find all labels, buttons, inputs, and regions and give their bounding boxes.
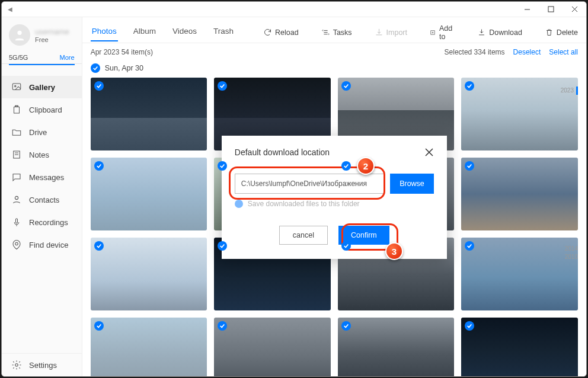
- check-icon[interactable]: [341, 321, 351, 331]
- app-window: ◀ username Free 5G/5G More: [1, 1, 587, 377]
- sidebar-item-gallery[interactable]: Gallery: [2, 76, 82, 98]
- close-window-button[interactable]: [563, 2, 586, 17]
- svg-point-13: [15, 364, 18, 367]
- annotation-number-2: 2: [357, 157, 375, 175]
- save-to-folder-option[interactable]: Save downloaded files to this folder: [235, 200, 434, 208]
- sidebar-item-label: Contacts: [29, 196, 59, 204]
- storage-more-link[interactable]: More: [60, 54, 75, 61]
- check-icon[interactable]: [341, 161, 351, 171]
- check-icon[interactable]: [341, 81, 351, 91]
- check-icon[interactable]: [218, 321, 227, 331]
- titlebar-left: ◀: [2, 6, 12, 12]
- cancel-button[interactable]: cancel: [279, 226, 328, 245]
- storage-row: 5G/5G More: [2, 50, 82, 64]
- sidebar-item-label: Notes: [29, 150, 49, 159]
- svg-rect-11: [16, 219, 18, 223]
- sidebar-item-clipboard[interactable]: Clipboard: [2, 98, 82, 121]
- folder-icon: [11, 127, 22, 137]
- clipboard-icon: [11, 104, 22, 115]
- check-icon[interactable]: [94, 81, 104, 91]
- check-icon[interactable]: [94, 161, 104, 171]
- sidebar-item-recordings[interactable]: Recordings: [2, 211, 82, 233]
- close-icon[interactable]: [424, 148, 434, 157]
- check-icon[interactable]: [218, 241, 227, 251]
- back-forward-icon: ◀: [8, 6, 12, 12]
- radio-icon: [235, 200, 243, 208]
- message-icon: [11, 172, 22, 182]
- svg-point-10: [15, 196, 18, 199]
- sidebar-item-drive[interactable]: Drive: [2, 121, 82, 143]
- sidebar-item-label: Gallery: [29, 83, 55, 92]
- check-icon[interactable]: [341, 241, 351, 251]
- storage-bar: [9, 64, 75, 65]
- check-icon[interactable]: [94, 321, 104, 331]
- sidebar: username Free 5G/5G More Gallery Clipboa…: [2, 17, 82, 376]
- sidebar-item-notes[interactable]: Notes: [2, 143, 82, 166]
- gear-icon: [11, 360, 22, 370]
- sidebar-item-find-device[interactable]: Find device: [2, 233, 82, 256]
- notes-icon: [11, 149, 22, 160]
- profile-plan: Free: [35, 36, 69, 43]
- sidebar-item-messages[interactable]: Messages: [2, 166, 82, 188]
- dialog-title: Default download location: [235, 148, 330, 157]
- minimize-button[interactable]: [515, 2, 539, 17]
- window-controls: [515, 2, 586, 17]
- sidebar-item-label: Clipboard: [29, 105, 62, 114]
- check-icon[interactable]: [218, 161, 227, 171]
- sidebar-item-label: Messages: [29, 173, 64, 182]
- profile-name: username: [35, 27, 69, 36]
- main: Photos Album Videos Trash Reload Tasks I…: [82, 17, 586, 376]
- image-icon: [11, 82, 22, 92]
- storage-text: 5G/5G: [9, 54, 28, 61]
- sidebar-item-label: Settings: [29, 361, 57, 370]
- annotation-number-3: 3: [385, 242, 403, 260]
- location-icon: [11, 239, 22, 250]
- profile[interactable]: username Free: [2, 17, 82, 50]
- titlebar: ◀: [2, 2, 586, 17]
- person-icon: [11, 194, 22, 205]
- browse-button[interactable]: Browse: [390, 174, 434, 194]
- avatar: [9, 24, 30, 46]
- dialog-overlay: Default download location Browse Save do…: [82, 17, 586, 376]
- maximize-button[interactable]: [539, 2, 563, 17]
- svg-point-12: [15, 242, 18, 245]
- mic-icon: [11, 217, 22, 228]
- sidebar-item-label: Drive: [29, 128, 47, 137]
- svg-rect-1: [548, 7, 554, 12]
- sidebar-item-label: Find device: [29, 241, 68, 249]
- download-path-input[interactable]: [235, 174, 384, 194]
- check-icon[interactable]: [465, 321, 474, 331]
- check-icon[interactable]: [94, 241, 104, 251]
- sidebar-item-settings[interactable]: Settings: [2, 353, 82, 376]
- sidebar-item-contacts[interactable]: Contacts: [2, 188, 82, 211]
- download-location-dialog: Default download location Browse Save do…: [222, 136, 447, 259]
- svg-point-4: [17, 31, 21, 35]
- svg-point-6: [15, 85, 16, 87]
- sidebar-item-label: Recordings: [29, 218, 68, 227]
